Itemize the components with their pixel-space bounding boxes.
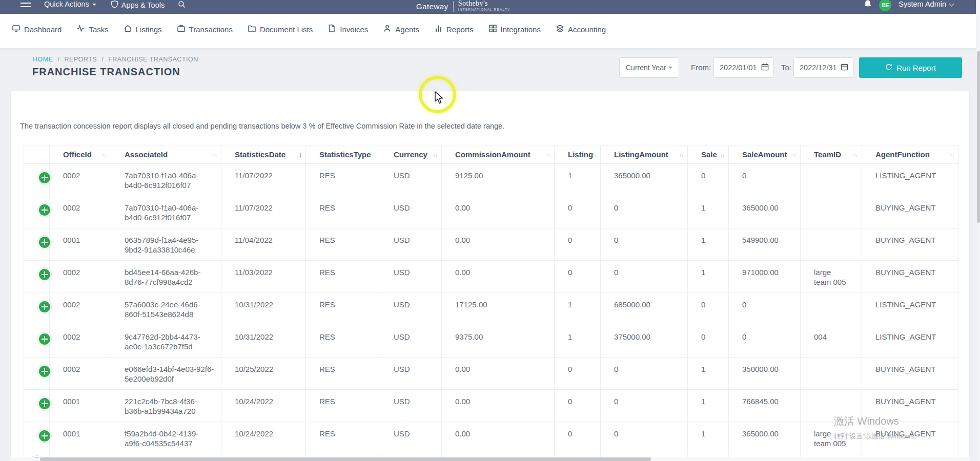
sort-icon[interactable]: ↑↓: [792, 152, 796, 157]
calendar-icon[interactable]: [841, 63, 848, 72]
cell-currency: USD: [394, 332, 410, 341]
expand-row-button[interactable]: [37, 267, 52, 282]
cell-saleamount: 0: [742, 171, 746, 180]
cell-sale: 1: [701, 268, 705, 277]
column-header-statisticstype[interactable]: StatisticsType↑↓: [306, 145, 380, 164]
sort-desc-icon[interactable]: ↓: [299, 151, 301, 158]
horizontal-scrollbar-thumb[interactable]: [40, 457, 651, 461]
search-icon: [178, 1, 186, 10]
cell-associateid: 221c2c4b-7bc8-4f36-b36b-a1b99434a720: [125, 397, 197, 415]
cell-listingamount: 0: [614, 203, 618, 212]
column-header-saleamount[interactable]: SaleAmount↑↓: [729, 145, 801, 164]
expand-row-button[interactable]: [37, 429, 52, 443]
expand-row-button[interactable]: [37, 396, 52, 411]
cell-statisticstype: RES: [319, 236, 335, 244]
column-header-teamid[interactable]: TeamID↑↓: [801, 145, 862, 164]
sort-icon[interactable]: ↑↓: [213, 152, 217, 157]
expand-row-button[interactable]: [37, 300, 52, 314]
report-filters: Current Year From: 2022/01/01 To: 2022/1…: [0, 57, 980, 78]
from-label: From:: [691, 63, 711, 72]
cell-officeid: 0002: [63, 203, 80, 212]
horizontal-scrollbar[interactable]: [10, 457, 970, 461]
cell-statisticstype: RES: [319, 365, 335, 373]
nav-item-transactions[interactable]: Transactions: [177, 24, 233, 34]
expand-row-button[interactable]: [37, 332, 52, 346]
apps-tools-label: Apps & Tools: [121, 1, 165, 9]
expand-row-button[interactable]: [37, 235, 52, 249]
sort-icon[interactable]: ↑↓: [679, 152, 683, 157]
report-card: The transaction concession report displa…: [10, 91, 970, 461]
date-range-select[interactable]: Current Year: [619, 57, 679, 78]
user-avatar[interactable]: BE: [879, 0, 891, 11]
column-header-currency[interactable]: Currency↑↓: [380, 145, 442, 164]
column-header-commissionamount[interactable]: CommissionAmount↑↓: [442, 145, 555, 164]
main-nav: Dashboard Tasks Listings Transactions Do…: [0, 14, 980, 49]
sort-icon[interactable]: ↑↓: [372, 152, 376, 157]
nav-item-agents[interactable]: Agents: [383, 24, 419, 34]
sort-icon[interactable]: ↑↓: [853, 152, 858, 157]
table-row: 0001 0635789d-f1a4-4e95-9bd2-91a33810c46…: [24, 228, 958, 261]
expand-row-button[interactable]: [37, 203, 52, 217]
column-header-officeid[interactable]: OfficeId↑↓: [50, 145, 111, 164]
sort-icon[interactable]: ↑↓: [592, 152, 596, 157]
notification-bell-icon[interactable]: [864, 0, 872, 10]
nav-item-document-lists[interactable]: Document Lists: [248, 24, 313, 34]
refresh-icon: [885, 64, 892, 72]
plus-icon: [39, 172, 50, 183]
nav-item-tasks[interactable]: Tasks: [76, 24, 108, 34]
nav-item-integrations[interactable]: Integrations: [488, 24, 541, 34]
vertical-scrollbar-thumb[interactable]: [977, 51, 980, 223]
cell-teamid: large team 005: [814, 267, 847, 287]
nav-item-invoices[interactable]: Invoices: [328, 24, 368, 34]
cell-saleamount: 350000.00: [742, 365, 779, 373]
cell-commissionamount: 17125.00: [455, 300, 487, 309]
table-row: 0002 7ab70310-f1a0-406a-b4d0-6c912f016f0…: [24, 164, 958, 196]
nav-item-listings[interactable]: Listings: [124, 24, 162, 34]
chevron-down-icon: [668, 67, 672, 69]
column-header-listing[interactable]: Listing↑↓: [555, 145, 601, 164]
run-report-button[interactable]: Run Report: [859, 57, 962, 78]
sort-icon[interactable]: ↑↓: [103, 152, 107, 157]
hamburger-menu-icon[interactable]: [21, 0, 31, 7]
vertical-scrollbar[interactable]: [976, 0, 980, 461]
from-date-input[interactable]: 2022/01/01: [713, 57, 774, 78]
table-row: 0001 221c2c4b-7bc8-4f36-b36b-a1b99434a72…: [24, 390, 958, 422]
column-header-listingamount[interactable]: ListingAmount↑↓: [601, 145, 688, 164]
top-navbar: Quick Actions Apps & Tools Gateway Sothe…: [0, 0, 980, 14]
nav-item-dashboard[interactable]: Dashboard: [12, 24, 62, 34]
expand-row-button[interactable]: [37, 364, 52, 379]
nav-item-reports[interactable]: Reports: [434, 24, 474, 34]
cell-sale: 0: [701, 171, 705, 180]
column-header-associateid[interactable]: AssociateId↑↓: [111, 145, 221, 164]
sort-icon[interactable]: ↑↓: [950, 152, 954, 157]
column-header-statisticsdate[interactable]: StatisticsDate↓: [221, 145, 306, 164]
expand-row-button[interactable]: [37, 171, 52, 185]
apps-tools-menu[interactable]: Apps & Tools: [111, 0, 165, 10]
column-header-sale[interactable]: Sale↑↓: [688, 145, 729, 164]
cell-statisticstype: RES: [319, 332, 335, 341]
plus-icon: [39, 398, 50, 409]
chevron-down-icon: [949, 1, 954, 6]
cell-listingamount: 0: [614, 397, 618, 406]
to-date-input[interactable]: 2022/12/31: [793, 57, 853, 78]
quick-actions-menu[interactable]: Quick Actions: [44, 0, 96, 8]
cell-listingamount: 0: [614, 236, 618, 244]
sort-icon[interactable]: ↑↓: [433, 152, 437, 157]
search-button[interactable]: [178, 1, 186, 10]
cell-officeid: 0001: [63, 397, 80, 406]
nav-item-accounting[interactable]: Accounting: [556, 24, 606, 34]
cell-associateid: bd45ee14-66aa-426b-8d76-77cf998a4cd2: [125, 268, 200, 286]
file-icon: [328, 24, 336, 34]
brand-logo[interactable]: Gateway Sotheby's INTERNATIONAL REALTY: [416, 1, 511, 12]
cell-currency: USD: [394, 365, 410, 373]
cell-saleamount: 0: [742, 332, 746, 341]
column-header-agentfunction[interactable]: AgentFunction↑↓: [862, 145, 958, 164]
sort-icon[interactable]: ↑↓: [546, 152, 550, 157]
calendar-icon[interactable]: [761, 63, 769, 72]
cell-associateid: 9c47762d-2bb4-4473-ae0c-1a3c672b7f5d: [125, 332, 200, 351]
cell-associateid: e066efd3-14bf-4e03-92f6-5e200eb92d0f: [125, 365, 214, 383]
sort-icon[interactable]: ↑↓: [720, 152, 724, 157]
report-table-body: 0002 7ab70310-f1a0-406a-b4d0-6c912f016f0…: [24, 164, 958, 454]
user-menu[interactable]: System Admin: [899, 0, 953, 8]
cell-commissionamount: 0.00: [455, 236, 470, 244]
